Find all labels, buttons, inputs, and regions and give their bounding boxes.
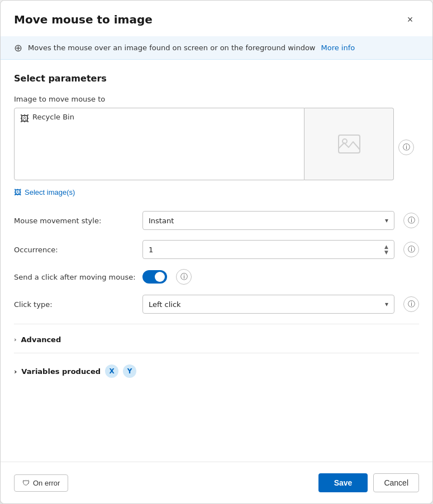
click-type-info-button[interactable]: ⓘ [403,296,419,312]
dialog-header: Move mouse to image × [1,1,432,36]
send-click-info-button[interactable]: ⓘ [176,269,192,285]
dialog-title: Move mouse to image [14,13,153,26]
send-click-label: Send a click after moving mouse: [14,273,142,281]
info-banner: ⊕ Moves the mouse over an image found on… [1,36,432,60]
svg-rect-0 [339,135,360,153]
info-banner-text: Moves the mouse over an image found on s… [28,44,315,52]
on-error-button[interactable]: 🛡 On error [14,474,68,492]
send-click-toggle[interactable] [142,270,167,284]
mouse-movement-value: Instant [149,217,174,225]
mouse-movement-info-button[interactable]: ⓘ [403,213,419,228]
occurrence-label: Occurrence: [14,246,142,254]
select-images-button[interactable]: 🖼 Select image(s) [14,187,75,198]
select-images-label: Select image(s) [25,188,75,196]
on-error-label: On error [33,479,60,487]
advanced-collapsible[interactable]: › Advanced [14,331,419,348]
mouse-movement-label: Mouse movement style: [14,217,142,225]
image-main-box: 🖼 Recycle Bin [14,108,304,180]
occurrence-control: 1 ▲ ▼ ⓘ [142,240,419,259]
divider-2 [14,353,419,353]
click-type-label: Click type: [14,300,142,309]
variables-row[interactable]: › Variables produced X Y [14,360,419,382]
click-type-row: Click type: Left click ▾ ⓘ [14,295,419,314]
save-button[interactable]: Save [318,473,368,492]
footer-right: Save Cancel [318,473,419,492]
spinner-up-icon: ▲ [384,244,388,249]
variables-chevron-icon: › [14,367,17,376]
divider-1 [14,324,419,324]
variable-badge-y: Y [123,364,136,378]
mouse-movement-select[interactable]: Instant ▾ [142,211,394,230]
image-preview-box [304,108,394,180]
image-field-label: Image to move mouse to [14,95,419,103]
image-file-name: Recycle Bin [32,113,74,121]
advanced-chevron-icon: › [14,336,17,343]
click-type-control: Left click ▾ ⓘ [142,295,419,314]
close-button[interactable]: × [401,11,419,28]
occurrence-row: Occurrence: 1 ▲ ▼ ⓘ [14,240,419,259]
click-type-select[interactable]: Left click ▾ [142,295,394,314]
image-area: 🖼 Recycle Bin [14,108,394,180]
image-placeholder-icon [336,133,363,155]
chevron-down-icon: ▾ [385,217,388,224]
image-file-icon: 🖼 [20,113,29,124]
send-click-row: Send a click after moving mouse: ⓘ [14,269,419,285]
section-title: Select parameters [14,73,419,84]
occurrence-value: 1 [149,246,153,254]
variables-label: Variables produced [21,367,101,376]
click-type-value: Left click [149,300,181,309]
mouse-movement-row: Mouse movement style: Instant ▾ ⓘ [14,211,419,230]
occurrence-info-button[interactable]: ⓘ [403,242,419,257]
cancel-button[interactable]: Cancel [373,473,419,492]
select-images-icon: 🖼 [14,188,21,196]
mouse-movement-control: Instant ▾ ⓘ [142,211,419,230]
mouse-icon: ⊕ [14,42,22,54]
image-area-wrapper: 🖼 Recycle Bin ⓘ [14,108,419,187]
more-info-link[interactable]: More info [321,44,355,52]
occurrence-spinner[interactable]: 1 ▲ ▼ [142,240,394,259]
dialog: Move mouse to image × ⊕ Moves the mouse … [0,0,433,504]
variable-badge-x: X [105,364,118,378]
dialog-footer: 🛡 On error Save Cancel [1,462,432,503]
spinner-down-icon: ▼ [384,250,388,255]
spinner-arrows: ▲ ▼ [384,244,388,255]
shield-icon: 🛡 [22,479,30,487]
dialog-body: Select parameters Image to move mouse to… [1,60,432,462]
chevron-down-icon: ▾ [385,300,388,308]
send-click-control: ⓘ [142,269,419,285]
advanced-label: Advanced [21,335,61,344]
image-info-button[interactable]: ⓘ [398,140,414,155]
